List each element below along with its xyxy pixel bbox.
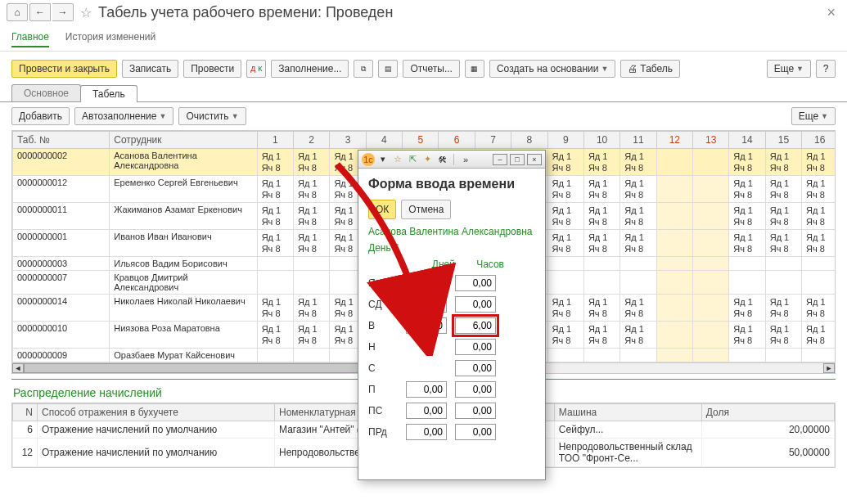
cell-day-12[interactable] [656,349,692,362]
cell-day-10[interactable] [583,349,619,362]
cell-day-1[interactable]: Яд 1Яч 8 [257,295,293,322]
cell-day-1[interactable]: Яд 1Яч 8 [257,176,293,203]
days-input-Я[interactable] [406,275,447,291]
cell-day-10[interactable]: Яд 1Яч 8 [583,203,619,230]
cell-day-10[interactable]: Яд 1Яч 8 [583,230,619,257]
col-day-11[interactable]: 11 [620,132,656,149]
favorite-icon[interactable]: ☆ [391,153,404,166]
cell-day-9[interactable]: Яд 1Яч 8 [547,149,583,176]
cell-day-9[interactable]: Яд 1Яч 8 [547,176,583,203]
days-input-ПРд[interactable] [406,424,447,440]
cell-day-14[interactable]: Яд 1Яч 8 [729,230,765,257]
cell-day-13[interactable] [692,322,728,349]
cell-day-9[interactable]: Яд 1Яч 8 [547,322,583,349]
col-day-9[interactable]: 9 [547,132,583,149]
cell-day-11[interactable]: Яд 1Яч 8 [620,203,656,230]
autofill-button[interactable]: Автозаполнение▼ [74,107,173,125]
cell-day-13[interactable] [692,176,728,203]
cell-day-11[interactable]: Яд 1Яч 8 [620,295,656,322]
cell-day-9[interactable]: Яд 1Яч 8 [547,230,583,257]
cell-day-14[interactable] [729,257,765,271]
cell-day-15[interactable] [765,349,801,362]
close-button[interactable]: × [822,4,840,21]
cell-day-1[interactable]: Яд 1Яч 8 [257,203,293,230]
cell-day-13[interactable] [692,271,728,295]
cell-day-12[interactable] [656,203,692,230]
cell-day-13[interactable] [692,149,728,176]
col-day-15[interactable]: 15 [765,132,801,149]
col-day-2[interactable]: 2 [294,132,330,149]
cell-day-15[interactable]: Яд 1Яч 8 [765,176,801,203]
col-day-13[interactable]: 13 [692,132,728,149]
tab-main[interactable]: Главное [11,28,49,47]
cell-day-12[interactable] [656,271,692,295]
cell-day-16[interactable]: Яд 1Яч 8 [802,149,836,176]
cell-day-11[interactable]: Яд 1Яч 8 [620,230,656,257]
days-input-СД[interactable] [406,296,447,313]
scroll-right-button[interactable]: ► [823,363,835,373]
hours-input-Н[interactable] [455,339,496,355]
cell-day-2[interactable]: Яд 1Яч 8 [294,322,330,349]
cell-day-2[interactable] [294,257,330,271]
link-icon[interactable]: ⇱ [406,153,419,166]
toolbar-icon-3[interactable]: ▦ [465,60,484,78]
cell-day-12[interactable] [656,230,692,257]
col-day-10[interactable]: 10 [583,132,619,149]
scroll-left-button[interactable]: ◄ [12,363,24,373]
days-input-ПС[interactable] [406,403,447,419]
cell-day-10[interactable]: Яд 1Яч 8 [583,322,619,349]
col-day-8[interactable]: 8 [511,132,547,149]
cell-day-12[interactable] [656,257,692,271]
cell-day-9[interactable] [547,349,583,362]
hours-input-С[interactable] [455,360,496,376]
cell-day-2[interactable] [294,271,330,295]
alloc-col-0[interactable]: N [13,404,38,421]
cancel-button[interactable]: Отмена [401,200,451,219]
scroll-thumb[interactable] [24,363,367,373]
hours-input-СД[interactable] [455,296,496,313]
cell-day-9[interactable] [547,257,583,271]
cell-day-16[interactable]: Яд 1Яч 8 [802,230,836,257]
hours-input-ПС[interactable] [455,403,496,419]
cell-day-11[interactable] [620,271,656,295]
cell-day-2[interactable]: Яд 1Яч 8 [294,149,330,176]
cell-day-10[interactable]: Яд 1Яч 8 [583,149,619,176]
hours-input-П[interactable] [455,381,496,398]
col-day-14[interactable]: 14 [729,132,765,149]
cell-day-11[interactable] [620,257,656,271]
cell-day-10[interactable]: Яд 1Яч 8 [583,295,619,322]
maximize-button[interactable]: □ [510,154,525,165]
col-day-7[interactable]: 7 [475,132,511,149]
col-day-1[interactable]: 1 [257,132,293,149]
cell-day-15[interactable]: Яд 1Яч 8 [765,149,801,176]
cell-day-12[interactable] [656,322,692,349]
subtab-timesheet[interactable]: Табель [80,85,137,102]
cell-day-13[interactable] [692,230,728,257]
toolbar-icon-1[interactable]: ⧉ [354,60,373,78]
cell-day-2[interactable]: Яд 1Яч 8 [294,295,330,322]
cell-day-1[interactable]: Яд 1Яч 8 [257,230,293,257]
cell-day-1[interactable] [257,257,293,271]
days-input-В[interactable] [406,317,447,334]
dropdown-icon[interactable]: ▾ [376,153,390,166]
cell-day-11[interactable] [620,349,656,362]
cell-day-12[interactable] [656,176,692,203]
tab-history[interactable]: История изменений [65,28,155,47]
clear-button[interactable]: Очистить▼ [178,107,246,125]
favorite-icon[interactable]: ☆ [80,5,92,20]
cell-day-2[interactable]: Яд 1Яч 8 [294,230,330,257]
alloc-col-5[interactable]: Доля [701,404,834,421]
home-button[interactable]: ⌂ [7,3,28,21]
minimize-button[interactable]: – [493,154,507,165]
cell-day-16[interactable]: Яд 1Яч 8 [802,176,836,203]
hours-input-Я[interactable] [455,275,496,291]
cell-day-13[interactable] [692,257,728,271]
cell-day-16[interactable] [802,271,836,295]
cell-day-10[interactable] [583,271,619,295]
cell-day-13[interactable] [692,349,728,362]
popup-titlebar[interactable]: 1c ▾ ☆ ⇱ ✦ 🛠 » – □ × [358,151,545,169]
print-button[interactable]: 🖨Табель [620,60,680,78]
hours-input-ПРд[interactable] [455,424,496,440]
dr-cr-button[interactable]: ДК [246,60,266,78]
back-button[interactable]: ← [29,3,51,21]
